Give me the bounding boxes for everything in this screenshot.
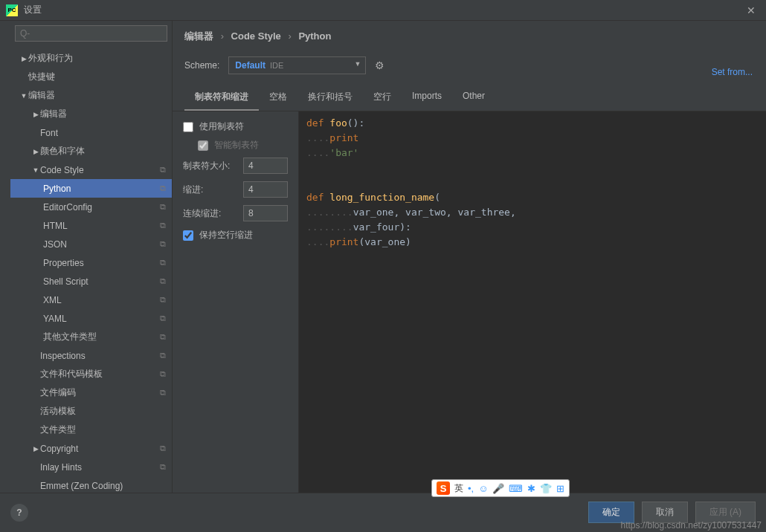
ime-toolbox-icon[interactable]: ⊞ [556, 483, 564, 494]
tree-editor-sub[interactable]: ▶编辑器 [10, 105, 172, 123]
code-preview: def foo(): ....print ....'bar' def long_… [299, 111, 766, 493]
pycharm-logo-icon: PC [6, 4, 18, 16]
help-button[interactable]: ? [10, 504, 28, 522]
tree-appearance[interactable]: ▶外观和行为 [10, 49, 172, 68]
ime-bar[interactable]: S 英 •, ☺ 🎤 ⌨ ✱ 👕 ⊞ [431, 479, 570, 497]
tree-livetemplates[interactable]: 活动模板 [10, 402, 172, 421]
tree-shell[interactable]: Shell Script⧉ [10, 272, 172, 291]
content-panel: 编辑器 › Code Style › Python Scheme: Defaul… [173, 21, 766, 493]
scope-icon: ⧉ [160, 462, 166, 472]
scope-icon: ⧉ [160, 184, 166, 193]
tab-wrapping[interactable]: 换行和括号 [297, 85, 363, 111]
close-icon[interactable]: ✕ [742, 4, 760, 16]
tree-editor[interactable]: ▼编辑器 [10, 86, 172, 105]
tree-json[interactable]: JSON⧉ [10, 235, 172, 253]
chevron-down-icon: ▼ [31, 166, 40, 174]
ime-skin-icon[interactable]: 👕 [540, 483, 552, 494]
scope-icon: ⧉ [160, 388, 166, 398]
tree-codestyle[interactable]: ▼Code Style⧉ [10, 160, 172, 179]
tree-templates[interactable]: 文件和代码模板⧉ [10, 365, 172, 383]
tree-python[interactable]: Python⧉ [10, 179, 172, 198]
tree-emmet[interactable]: Emmet (Zen Coding) [10, 476, 172, 493]
chevron-right-icon: ▶ [31, 445, 40, 452]
chevron-right-icon: ▶ [31, 148, 40, 155]
tree-keymap[interactable]: 快捷键 [10, 68, 172, 86]
tab-imports[interactable]: Imports [402, 85, 452, 111]
search-container [10, 21, 172, 46]
keepblank-checkbox[interactable] [183, 230, 193, 241]
crumb-codestyle[interactable]: Code Style [231, 30, 281, 42]
scope-icon: ⧉ [160, 221, 166, 230]
ime-keyboard-icon[interactable]: ⌨ [509, 483, 523, 494]
scope-icon: ⧉ [160, 295, 166, 305]
settings-sidebar: ▶外观和行为 快捷键 ▼编辑器 ▶编辑器 Font ▶颜色和字体 ▼Code S… [10, 21, 173, 493]
scheme-label: Scheme: [184, 60, 219, 71]
scheme-select[interactable]: Default IDE ▼ [228, 56, 366, 74]
tree-yaml[interactable]: YAML⧉ [10, 309, 172, 328]
gear-icon[interactable]: ⚙ [375, 59, 384, 71]
tree-inspections[interactable]: Inspections⧉ [10, 346, 172, 365]
keepblank-label: 保持空行缩进 [199, 229, 253, 241]
settings-tree: ▶外观和行为 快捷键 ▼编辑器 ▶编辑器 Font ▶颜色和字体 ▼Code S… [10, 46, 172, 493]
sogou-logo-icon: S [437, 481, 450, 495]
tab-spaces[interactable]: 空格 [259, 85, 297, 111]
tabsize-input[interactable] [243, 158, 288, 174]
ime-emoji-icon[interactable]: ☺ [478, 483, 488, 494]
crumb-editor[interactable]: 编辑器 [184, 30, 213, 42]
scope-icon: ⧉ [160, 239, 166, 249]
chevron-down-icon: ▼ [19, 92, 28, 100]
ime-phrase-icon[interactable]: ✱ [527, 483, 535, 494]
tabsize-label: 制表符大小: [183, 160, 243, 172]
chevron-right-icon: ▶ [31, 111, 40, 118]
scope-icon: ⧉ [160, 165, 166, 175]
chevron-right-icon: ▶ [19, 55, 28, 62]
tree-properties[interactable]: Properties⧉ [10, 253, 172, 272]
tree-filetypes[interactable]: 文件类型 [10, 421, 172, 439]
set-from-link[interactable]: Set from... [712, 67, 753, 77]
tab-blanklines[interactable]: 空行 [363, 85, 402, 111]
cont-input[interactable] [243, 205, 288, 221]
tree-html[interactable]: HTML⧉ [10, 216, 172, 235]
use-tab-checkbox[interactable] [183, 122, 193, 132]
scope-icon: ⧉ [160, 276, 166, 286]
tree-copyright[interactable]: ▶Copyright⧉ [10, 439, 172, 458]
tab-other[interactable]: Other [452, 85, 495, 111]
tree-inlay[interactable]: Inlay Hints⧉ [10, 458, 172, 476]
tab-tabs-indents[interactable]: 制表符和缩进 [184, 85, 259, 111]
scope-icon: ⧉ [160, 351, 166, 360]
crumb-python: Python [298, 30, 331, 42]
watermark: https://blog.csdn.net/zy1007531447 [621, 520, 762, 531]
scope-icon: ⧉ [160, 444, 166, 453]
tree-otherft[interactable]: 其他文件类型⧉ [10, 328, 172, 346]
scope-icon: ⧉ [160, 314, 166, 323]
smart-tab-checkbox [198, 140, 208, 151]
tree-xml[interactable]: XML⧉ [10, 291, 172, 309]
use-tab-label: 使用制表符 [199, 120, 244, 133]
ime-mic-icon[interactable]: 🎤 [492, 483, 504, 494]
tree-editorconfig[interactable]: EditorConfig⧉ [10, 198, 172, 216]
cont-label: 连续缩进: [183, 207, 243, 220]
ime-punct-icon[interactable]: •, [468, 483, 474, 494]
titlebar: PC 设置 ✕ [0, 0, 766, 21]
smart-tab-label: 智能制表符 [214, 139, 259, 152]
scope-icon: ⧉ [160, 202, 166, 212]
ime-lang[interactable]: 英 [454, 482, 463, 495]
search-input[interactable] [15, 25, 167, 42]
indent-input[interactable] [243, 181, 288, 198]
indent-label: 缩进: [183, 184, 243, 196]
tree-font[interactable]: Font [10, 123, 172, 142]
options-panel: 使用制表符 智能制表符 制表符大小: 缩进: 连续缩进: [173, 111, 299, 493]
scope-icon: ⧉ [160, 369, 166, 379]
scope-icon: ⧉ [160, 258, 166, 267]
window-title: 设置 [24, 4, 42, 16]
breadcrumb: 编辑器 › Code Style › Python [173, 21, 766, 52]
tree-encoding[interactable]: 文件编码⧉ [10, 383, 172, 402]
tabs: 制表符和缩进 空格 换行和括号 空行 Imports Other [173, 85, 766, 111]
chevron-down-icon: ▼ [354, 60, 361, 68]
tree-colors[interactable]: ▶颜色和字体 [10, 142, 172, 160]
scope-icon: ⧉ [160, 332, 166, 342]
